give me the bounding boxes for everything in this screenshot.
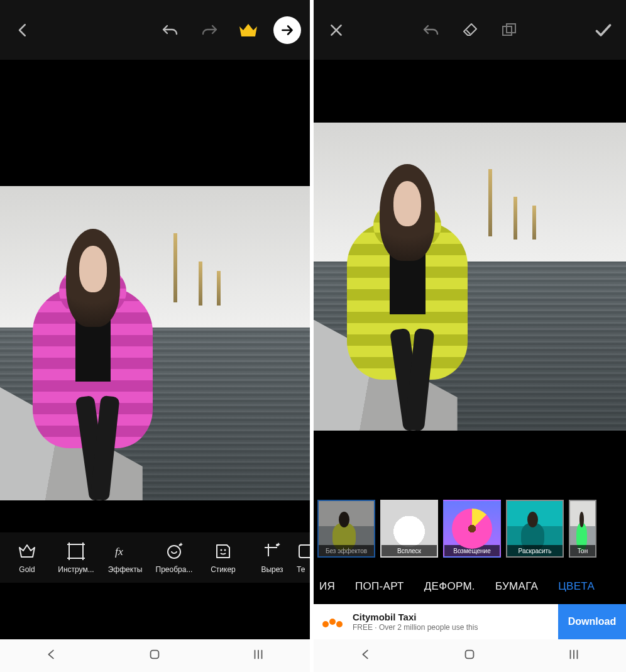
undo-button[interactable]	[417, 16, 445, 44]
tool-label: Преобра...	[156, 565, 193, 574]
tool-cutout[interactable]: Вырез	[248, 541, 297, 574]
effect-category-tabs[interactable]: ИЯ ПОП-АРТ ДЕФОРМ. БУМАГА ЦВЕТА	[314, 569, 626, 604]
ad-subtitle: FREE · Over 2 million people use this	[353, 623, 478, 632]
svg-point-5	[224, 549, 226, 551]
nav-back-icon[interactable]	[45, 647, 58, 664]
nav-recents-icon[interactable]	[567, 647, 581, 664]
category-tab[interactable]: ДЕФОРМ.	[424, 580, 475, 593]
tool-label: Те	[297, 565, 305, 574]
nav-back-icon[interactable]	[359, 647, 373, 664]
thumb-label: Раскрасить	[507, 545, 563, 556]
svg-point-2	[168, 546, 180, 558]
tool-tools[interactable]: Инструм...	[52, 541, 101, 574]
back-button[interactable]	[9, 16, 36, 44]
ad-title: Citymobil Taxi	[353, 612, 478, 623]
svg-rect-7	[299, 545, 310, 558]
thumb-label: Всплеск	[382, 545, 437, 556]
tool-label: Gold	[19, 565, 35, 574]
tool-sticker[interactable]: Стикер	[199, 541, 248, 574]
effect-thumb-colorize[interactable]: Раскрасить	[506, 500, 564, 558]
eraser-button[interactable]	[456, 16, 484, 44]
top-toolbar	[314, 0, 626, 60]
svg-point-4	[221, 549, 222, 551]
tool-label: Инструм...	[58, 565, 94, 574]
editor-main-screen: Gold Инструм... fx Эффекты Преобра... Ст…	[0, 0, 310, 672]
premium-crown-icon[interactable]	[234, 16, 262, 44]
android-nav-bar	[314, 639, 626, 672]
tool-effects[interactable]: fx Эффекты	[101, 541, 150, 574]
thumb-label: Возмещение	[444, 545, 500, 556]
tool-label: Вырез	[261, 565, 283, 574]
effect-thumb-tone[interactable]: Тон	[569, 500, 596, 558]
layers-button[interactable]	[495, 16, 523, 44]
image-canvas[interactable]	[314, 60, 626, 496]
svg-text:fx: fx	[115, 545, 123, 558]
next-apply-button[interactable]	[273, 16, 301, 44]
svg-rect-14	[466, 651, 474, 659]
edited-photo	[314, 123, 626, 431]
svg-point-12	[329, 619, 336, 625]
effect-thumb-replace[interactable]: Возмещение	[443, 500, 501, 558]
edited-photo	[0, 186, 310, 500]
tool-beautify[interactable]: Преобра...	[150, 541, 199, 574]
close-button[interactable]	[322, 16, 350, 44]
svg-point-11	[322, 621, 329, 627]
ad-download-button[interactable]: Download	[558, 604, 626, 639]
thumb-label: Без эффектов	[319, 545, 374, 556]
svg-rect-0	[69, 544, 83, 558]
category-tab-active[interactable]: ЦВЕТА	[558, 580, 595, 593]
svg-rect-8	[151, 651, 159, 659]
undo-button[interactable]	[156, 16, 184, 44]
category-tab[interactable]: ПОП-АРТ	[355, 580, 404, 593]
thumb-label: Тон	[570, 545, 595, 556]
ad-banner[interactable]: Citymobil Taxi FREE · Over 2 million peo…	[314, 604, 626, 639]
android-nav-bar	[0, 639, 310, 672]
effect-thumbnail-strip[interactable]: Без эффектов Всплеск Возмещение Раскраси…	[314, 496, 626, 569]
tool-label: Эффекты	[108, 565, 143, 574]
tool-gold[interactable]: Gold	[3, 541, 52, 574]
nav-recents-icon[interactable]	[251, 647, 265, 664]
top-toolbar	[0, 0, 310, 60]
svg-point-13	[336, 621, 343, 627]
effect-thumb-none[interactable]: Без эффектов	[317, 500, 375, 558]
editor-effects-screen: Без эффектов Всплеск Возмещение Раскраси…	[314, 0, 626, 672]
image-canvas[interactable]	[0, 60, 310, 532]
nav-home-icon[interactable]	[148, 647, 162, 664]
tool-text-partial[interactable]: Те	[297, 541, 310, 574]
tool-label: Стикер	[211, 565, 236, 574]
bottom-tools-bar: Gold Инструм... fx Эффекты Преобра... Ст…	[0, 532, 310, 583]
ad-app-icon	[320, 609, 346, 635]
apply-check-button[interactable]	[590, 16, 617, 44]
nav-home-icon[interactable]	[463, 647, 476, 664]
effect-thumb-splash[interactable]: Всплеск	[380, 500, 438, 558]
category-tab[interactable]: ИЯ	[317, 580, 335, 593]
redo-button[interactable]	[195, 16, 223, 44]
category-tab[interactable]: БУМАГА	[495, 580, 538, 593]
ad-text: Citymobil Taxi FREE · Over 2 million peo…	[353, 612, 478, 632]
